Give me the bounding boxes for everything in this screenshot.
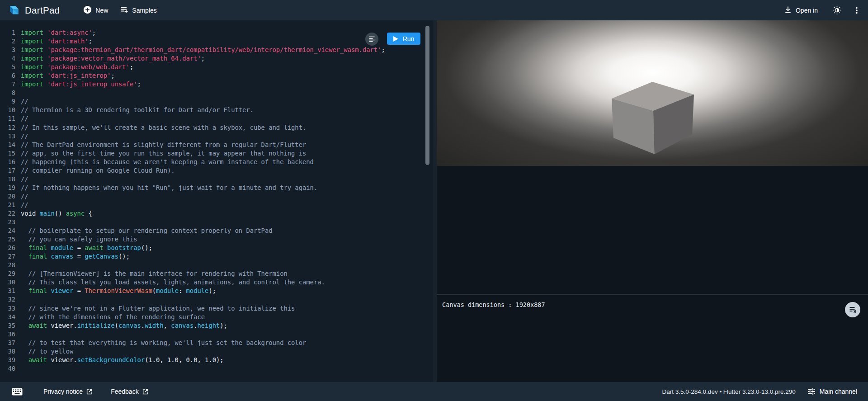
keyboard-shortcuts-button[interactable] xyxy=(12,388,23,396)
line-number: 40 xyxy=(0,364,15,373)
open-in-button[interactable]: Open in xyxy=(784,5,818,15)
line-number: 34 xyxy=(0,313,15,321)
kebab-menu-icon xyxy=(853,6,861,14)
dartpad-app: DartPad New Samples xyxy=(0,0,868,401)
code-line[interactable]: 33 // since we're not in a Flutter appli… xyxy=(0,304,433,313)
brightness-toggle-button[interactable] xyxy=(832,5,842,15)
code-line[interactable]: 38 // to yellow xyxy=(0,347,433,356)
line-number: 2 xyxy=(0,37,15,46)
sdk-versions-text: Dart 3.5.0-284.0.dev • Flutter 3.23.0-13… xyxy=(662,388,796,395)
line-number: 38 xyxy=(0,347,15,356)
status-bar: Privacy notice Feedback Dart 3.5.0-284.0… xyxy=(0,382,868,401)
code-line[interactable]: 35 await viewer.initialize(canvas.width,… xyxy=(0,321,433,330)
code-line[interactable]: 39 await viewer.setBackgroundColor(1.0, … xyxy=(0,356,433,364)
main-split: 1import 'dart:async';2import 'dart:math'… xyxy=(0,20,868,382)
channel-label: Main channel xyxy=(820,388,857,395)
line-number: 15 xyxy=(0,149,15,158)
line-number: 28 xyxy=(0,261,15,269)
run-button[interactable]: Run xyxy=(387,33,420,45)
code-line[interactable]: 14// The DartPad environment is slightly… xyxy=(0,141,433,149)
code-lines[interactable]: 1import 'dart:async';2import 'dart:math'… xyxy=(0,20,433,382)
line-number: 12 xyxy=(0,123,15,132)
line-number: 1 xyxy=(0,28,15,37)
feedback-label: Feedback xyxy=(111,388,138,395)
code-line[interactable]: 21// xyxy=(0,201,433,209)
feedback-link[interactable]: Feedback xyxy=(111,388,148,395)
output-pane: Canvas dimensions : 868x401 xyxy=(437,20,868,382)
line-number: 19 xyxy=(0,184,15,192)
code-line[interactable]: 37 // to test that everything is working… xyxy=(0,339,433,347)
code-line[interactable]: 12// In this sample, we'll create a basi… xyxy=(0,123,433,132)
code-line[interactable]: 36 xyxy=(0,330,433,339)
keyboard-icon xyxy=(12,388,23,396)
code-line[interactable]: 4import 'package:vector_math/vector_math… xyxy=(0,54,433,63)
code-line[interactable]: 27 final canvas = getCanvas(); xyxy=(0,252,433,261)
channel-selector-button[interactable]: Main channel xyxy=(807,387,857,396)
code-line[interactable]: 25 // you can safely ignore this xyxy=(0,235,433,244)
code-line[interactable]: 3import 'package:thermion_dart/thermion_… xyxy=(0,46,433,54)
console-panel: Canvas dimensions : 868x401 xyxy=(437,294,868,382)
line-number: 31 xyxy=(0,287,15,295)
code-line[interactable]: 6import 'dart:js_interop'; xyxy=(0,71,433,80)
line-number: 30 xyxy=(0,278,15,287)
tune-icon xyxy=(807,387,816,396)
top-bar: DartPad New Samples xyxy=(0,0,868,20)
render-frame-background xyxy=(437,166,868,294)
line-number: 17 xyxy=(0,166,15,175)
code-line[interactable]: 34 // with the dimensions of the renderi… xyxy=(0,313,433,321)
code-line[interactable]: 10// Thermion is a 3D rendering toolkit … xyxy=(0,106,433,114)
code-line[interactable]: 20// xyxy=(0,192,433,201)
new-button[interactable]: New xyxy=(83,5,108,15)
editor-scrollbar-thumb[interactable] xyxy=(425,26,429,165)
dartpad-logo-icon xyxy=(8,4,20,16)
panel-splitter[interactable] xyxy=(433,20,437,382)
line-number: 8 xyxy=(0,89,15,97)
code-line[interactable]: 8 xyxy=(0,89,433,97)
code-line[interactable]: 23 xyxy=(0,218,433,226)
line-number: 10 xyxy=(0,106,15,114)
format-align-icon xyxy=(368,36,375,42)
code-line[interactable]: 22void main() async { xyxy=(0,209,433,218)
privacy-notice-link[interactable]: Privacy notice xyxy=(43,388,93,395)
line-number: 26 xyxy=(0,244,15,252)
code-line[interactable]: 26 final module = await bootstrap(); xyxy=(0,244,433,252)
line-number: 7 xyxy=(0,80,15,89)
code-line[interactable]: 40 xyxy=(0,364,433,373)
play-icon xyxy=(393,36,398,42)
open-in-label: Open in xyxy=(796,7,818,14)
code-line[interactable]: 24 // boilerplate to setup our rendering… xyxy=(0,226,433,235)
code-line[interactable]: 32 xyxy=(0,295,433,304)
open-in-new-icon xyxy=(142,388,149,395)
code-line[interactable]: 13// xyxy=(0,132,433,141)
code-line[interactable]: 30 // This class lets you load assets, l… xyxy=(0,278,433,287)
format-button[interactable] xyxy=(365,33,378,46)
line-number: 39 xyxy=(0,356,15,364)
line-number: 36 xyxy=(0,330,15,339)
line-number: 11 xyxy=(0,114,15,123)
playlist-add-icon xyxy=(120,5,128,15)
code-line[interactable]: 31 final viewer = ThermionViewerWasm(mod… xyxy=(0,287,433,295)
download-icon xyxy=(784,5,792,15)
code-line[interactable]: 28 xyxy=(0,261,433,269)
code-line[interactable]: 11// xyxy=(0,114,433,123)
code-line[interactable]: 18// xyxy=(0,175,433,184)
clear-console-button[interactable] xyxy=(845,302,860,317)
code-line[interactable]: 16// happening (this is because we aren'… xyxy=(0,158,433,166)
code-line[interactable]: 29 // [ThermionViewer] is the main inter… xyxy=(0,269,433,278)
code-line[interactable]: 15// app, so the first time you run this… xyxy=(0,149,433,158)
code-line[interactable]: 5import 'package:web/web.dart'; xyxy=(0,63,433,71)
cube-3d xyxy=(609,82,696,154)
code-line[interactable]: 7import 'dart:js_interop_unsafe'; xyxy=(0,80,433,89)
line-number: 32 xyxy=(0,295,15,304)
line-number: 27 xyxy=(0,252,15,261)
code-line[interactable]: 19// If nothing happens when you hit "Ru… xyxy=(0,184,433,192)
line-number: 18 xyxy=(0,175,15,184)
samples-button[interactable]: Samples xyxy=(120,5,156,15)
line-number: 29 xyxy=(0,269,15,278)
overflow-menu-button[interactable] xyxy=(853,6,861,14)
code-line[interactable]: 17// compiler running on Google Cloud Ru… xyxy=(0,166,433,175)
new-button-label: New xyxy=(95,7,108,14)
render-canvas-3d[interactable] xyxy=(437,20,868,166)
line-number: 24 xyxy=(0,226,15,235)
code-line[interactable]: 9// xyxy=(0,97,433,106)
